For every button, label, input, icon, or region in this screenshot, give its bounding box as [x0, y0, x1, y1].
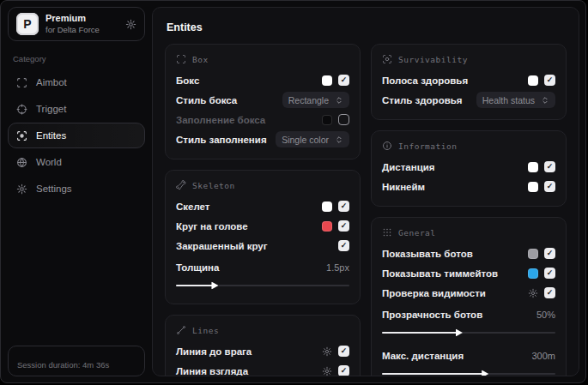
setting-row-bot-opacity: Прозрачность ботов 50%: [382, 304, 555, 338]
checkbox[interactable]: [338, 220, 349, 232]
sidebar-item-label: Entites: [36, 130, 66, 141]
gear-icon[interactable]: [322, 346, 332, 357]
setting-label: Закрашенный круг: [176, 241, 268, 251]
app-logo: P: [16, 13, 39, 35]
setting-row-box: Бокс: [176, 70, 349, 90]
gear-icon[interactable]: [322, 366, 332, 376]
gear-icon[interactable]: [528, 288, 538, 298]
app-subtitle: for Delta Force: [45, 25, 118, 35]
scan-eye-icon: [16, 130, 27, 141]
setting-row-view-line: Линия взгляда: [176, 361, 349, 376]
setting-row-skeleton: Скелет: [176, 196, 349, 216]
crosshair-icon: [16, 104, 27, 115]
setting-row-filled-circle: Закрашенный круг: [176, 236, 349, 256]
slider-thumb[interactable]: [211, 282, 218, 290]
checkbox[interactable]: [544, 181, 555, 192]
checkbox[interactable]: [338, 365, 349, 376]
sidebar-item-label: Settings: [36, 183, 72, 194]
setting-row-nickname: Никнейм: [382, 177, 555, 196]
slider-thumb[interactable]: [456, 329, 463, 337]
color-swatch[interactable]: [322, 221, 332, 232]
max-distance-slider[interactable]: [382, 369, 555, 376]
setting-label: Стиль бокса: [176, 95, 237, 105]
color-swatch[interactable]: [322, 115, 332, 125]
checkbox[interactable]: [544, 75, 555, 86]
checkbox[interactable]: [338, 75, 349, 86]
setting-label: Показывать ботов: [382, 249, 473, 259]
panel-box-header: Box: [176, 54, 349, 64]
color-swatch[interactable]: [528, 268, 538, 279]
health-style-select[interactable]: Health status: [476, 92, 555, 108]
sidebar-item-world[interactable]: World: [8, 149, 145, 175]
setting-label: Заполнение бокса: [176, 115, 265, 125]
select-value: Single color: [282, 135, 329, 145]
setting-row-show-bots: Показывать ботов: [382, 244, 555, 263]
gear-icon: [125, 19, 136, 30]
setting-row-head-circle: Круг на голове: [176, 216, 349, 236]
session-duration-text: Session duration: 4m 36s: [17, 360, 109, 370]
setting-label: Бокс: [176, 75, 199, 86]
setting-label: Полоса здоровья: [382, 75, 468, 86]
setting-label: Скелет: [176, 202, 210, 212]
box-scan-icon: [176, 54, 186, 64]
panel-information: Information Дистанция Никнейм: [371, 130, 567, 207]
checkbox[interactable]: [338, 201, 349, 212]
thickness-slider[interactable]: [176, 280, 349, 291]
main-panel: Entites Box Бокс: [152, 7, 579, 376]
chevrons-up-down-icon: [541, 96, 549, 105]
checkbox[interactable]: [338, 240, 349, 251]
grid-dots-icon: [382, 227, 392, 238]
setting-row-max-distance: Макс. дистанция 300m: [382, 346, 555, 376]
panel-header-label: Survivability: [398, 55, 468, 64]
info-icon: [382, 141, 392, 151]
panel-header-label: Skeleton: [192, 181, 235, 190]
panel-box: Box Бокс Стиль бокса Rectangle: [165, 44, 361, 159]
checkbox[interactable]: [544, 268, 555, 279]
setting-label: Линия взгляда: [176, 366, 248, 376]
sidebar: P Premium for Delta Force Category Aimbo…: [1, 1, 152, 382]
checkbox[interactable]: [338, 114, 349, 125]
sidebar-item-label: Trigget: [36, 104, 66, 114]
color-swatch[interactable]: [528, 162, 538, 172]
setting-label: Прозрачность ботов: [382, 310, 482, 320]
setting-label: Дистанция: [382, 162, 434, 172]
sidebar-item-settings[interactable]: Settings: [8, 176, 145, 202]
select-value: Health status: [482, 95, 535, 105]
session-duration-card: Session duration: 4m 36s: [8, 346, 145, 376]
panel-header-label: Information: [398, 141, 457, 151]
profile-gear-button[interactable]: [125, 19, 136, 30]
page-title: Entites: [167, 21, 565, 33]
panel-general-header: General: [382, 227, 555, 238]
sidebar-item-label: Aimbot: [36, 77, 67, 87]
bot-opacity-slider[interactable]: [382, 328, 555, 338]
setting-row-thickness: Толщина 1.5px: [176, 257, 349, 291]
setting-row-health-style: Стиль здоровья Health status: [382, 90, 555, 110]
checkbox[interactable]: [544, 161, 555, 172]
setting-row-line-to-enemy: Линия до врага: [176, 341, 349, 361]
sidebar-item-label: World: [36, 157, 62, 167]
sidebar-item-aimbot[interactable]: Aimbot: [8, 69, 145, 95]
chevrons-up-down-icon: [335, 96, 343, 105]
scan-icon: [16, 77, 27, 88]
sidebar-item-entites[interactable]: Entites: [8, 123, 145, 148]
panel-skeleton-header: Skeleton: [176, 180, 349, 190]
setting-label: Стиль здоровья: [382, 95, 463, 105]
gear-icon: [16, 183, 27, 195]
setting-row-visibility-check: Проверка видимости: [382, 283, 555, 303]
color-swatch[interactable]: [528, 182, 538, 192]
setting-label: Стиль заполнения: [176, 135, 267, 145]
color-swatch[interactable]: [322, 75, 332, 86]
color-swatch[interactable]: [528, 75, 538, 86]
setting-row-box-style: Стиль бокса Rectangle: [176, 90, 349, 110]
box-style-select[interactable]: Rectangle: [282, 92, 349, 108]
color-swatch[interactable]: [322, 202, 332, 212]
fill-style-select[interactable]: Single color: [276, 131, 349, 147]
color-swatch[interactable]: [528, 249, 538, 259]
app-title: Premium: [45, 13, 118, 25]
checkbox[interactable]: [338, 346, 349, 357]
sidebar-item-trigget[interactable]: Trigget: [8, 96, 145, 122]
checkbox[interactable]: [544, 248, 555, 259]
setting-row-box-fill: Заполнение бокса: [176, 110, 349, 129]
checkbox[interactable]: [544, 287, 555, 298]
slider-thumb[interactable]: [482, 370, 488, 377]
